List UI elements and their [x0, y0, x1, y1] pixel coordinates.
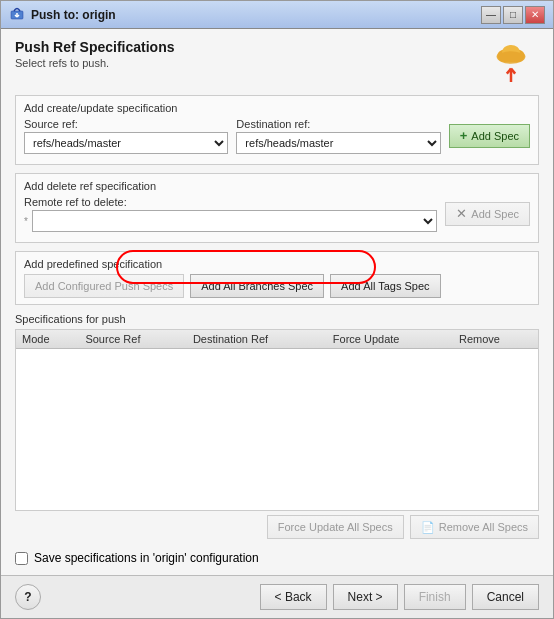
remove-all-specs-button[interactable]: 📄 Remove All Specs: [410, 515, 539, 539]
delete-add-spec-button[interactable]: ✕ Add Spec: [445, 202, 530, 226]
delete-ref-fields: Remote ref to delete: * ✕ Add Spec: [24, 196, 530, 232]
source-ref-label: Source ref:: [24, 118, 228, 130]
table-header-row: Mode Source Ref Destination Ref Force Up…: [16, 330, 538, 349]
dialog-footer: ? < Back Next > Finish Cancel: [1, 575, 553, 618]
source-ref-group: Source ref: refs/heads/master: [24, 118, 228, 154]
maximize-button[interactable]: □: [503, 6, 523, 24]
specs-table-label: Specifications for push: [15, 313, 539, 325]
title-bar-left: Push to: origin: [9, 5, 116, 24]
delete-ref-section: Add delete ref specification Remote ref …: [15, 173, 539, 243]
minimize-button[interactable]: —: [481, 6, 501, 24]
save-specs-label: Save specifications in 'origin' configur…: [34, 551, 259, 565]
add-all-branches-spec-button[interactable]: Add All Branches Spec: [190, 274, 324, 298]
col-source-ref: Source Ref: [79, 330, 187, 349]
back-button[interactable]: < Back: [260, 584, 327, 610]
force-update-label: Force Update All Specs: [278, 521, 393, 533]
create-update-section: Add create/update specification Source r…: [15, 95, 539, 165]
remote-ref-group: Remote ref to delete: *: [24, 196, 437, 232]
remote-ref-dropdown[interactable]: [32, 210, 437, 232]
force-update-all-specs-button[interactable]: Force Update All Specs: [267, 515, 404, 539]
upload-arrow-icon: [503, 67, 519, 87]
svg-point-8: [498, 51, 523, 62]
remove-all-label: Remove All Specs: [439, 521, 528, 533]
add-configured-push-specs-button[interactable]: Add Configured Push Specs: [24, 274, 184, 298]
source-ref-dropdown[interactable]: refs/heads/master: [24, 132, 228, 154]
main-window: Push to: origin — □ ✕ Push Ref Specifica…: [0, 0, 554, 619]
destination-ref-label: Destination ref:: [236, 118, 440, 130]
col-destination-ref: Destination Ref: [187, 330, 327, 349]
add-configured-label: Add Configured Push Specs: [35, 280, 173, 292]
x-icon: ✕: [456, 206, 467, 221]
add-branches-label: Add All Branches Spec: [201, 280, 313, 292]
help-button[interactable]: ?: [15, 584, 41, 610]
predefined-label: Add predefined specification: [24, 258, 530, 270]
title-bar-controls: — □ ✕: [481, 6, 545, 24]
delete-add-spec-label: Add Spec: [471, 208, 519, 220]
destination-ref-group: Destination ref: refs/heads/master: [236, 118, 440, 154]
cancel-button[interactable]: Cancel: [472, 584, 539, 610]
close-button[interactable]: ✕: [525, 6, 545, 24]
plus-icon: +: [460, 128, 468, 143]
add-all-tags-spec-button[interactable]: Add All Tags Spec: [330, 274, 440, 298]
title-bar: Push to: origin — □ ✕: [1, 1, 553, 29]
add-tags-label: Add All Tags Spec: [341, 280, 429, 292]
add-spec-button[interactable]: + Add Spec: [449, 124, 530, 148]
window-icon: [9, 5, 25, 24]
add-spec-label: Add Spec: [471, 130, 519, 142]
page-subtitle: Select refs to push.: [15, 57, 174, 69]
cloud-icon-area: [493, 39, 529, 87]
specs-table: Mode Source Ref Destination Ref Force Up…: [16, 330, 538, 349]
dialog-content: Push Ref Specifications Select refs to p…: [1, 29, 553, 575]
col-force-update: Force Update: [327, 330, 453, 349]
predefined-section: Add predefined specification Add Configu…: [15, 251, 539, 305]
specs-section: Specifications for push Mode Source Ref …: [15, 313, 539, 539]
remove-icon: 📄: [421, 521, 435, 534]
destination-ref-dropdown[interactable]: refs/heads/master: [236, 132, 440, 154]
window-title: Push to: origin: [31, 8, 116, 22]
create-update-fields: Source ref: refs/heads/master Destinatio…: [24, 118, 530, 154]
col-remove: Remove: [453, 330, 538, 349]
col-mode: Mode: [16, 330, 79, 349]
footer-buttons: < Back Next > Finish Cancel: [260, 584, 539, 610]
create-update-label: Add create/update specification: [24, 102, 530, 114]
cloud-icon: [493, 39, 529, 67]
header-text: Push Ref Specifications Select refs to p…: [15, 39, 174, 69]
save-row: Save specifications in 'origin' configur…: [15, 551, 539, 565]
remote-ref-label: Remote ref to delete:: [24, 196, 437, 208]
save-specs-checkbox[interactable]: [15, 552, 28, 565]
next-button[interactable]: Next >: [333, 584, 398, 610]
predefined-buttons-row: Add Configured Push Specs Add All Branch…: [24, 274, 530, 298]
page-title: Push Ref Specifications: [15, 39, 174, 55]
header-row: Push Ref Specifications Select refs to p…: [15, 39, 539, 87]
finish-button[interactable]: Finish: [404, 584, 466, 610]
delete-ref-label: Add delete ref specification: [24, 180, 530, 192]
table-actions: Force Update All Specs 📄 Remove All Spec…: [15, 515, 539, 539]
specs-table-container: Mode Source Ref Destination Ref Force Up…: [15, 329, 539, 511]
